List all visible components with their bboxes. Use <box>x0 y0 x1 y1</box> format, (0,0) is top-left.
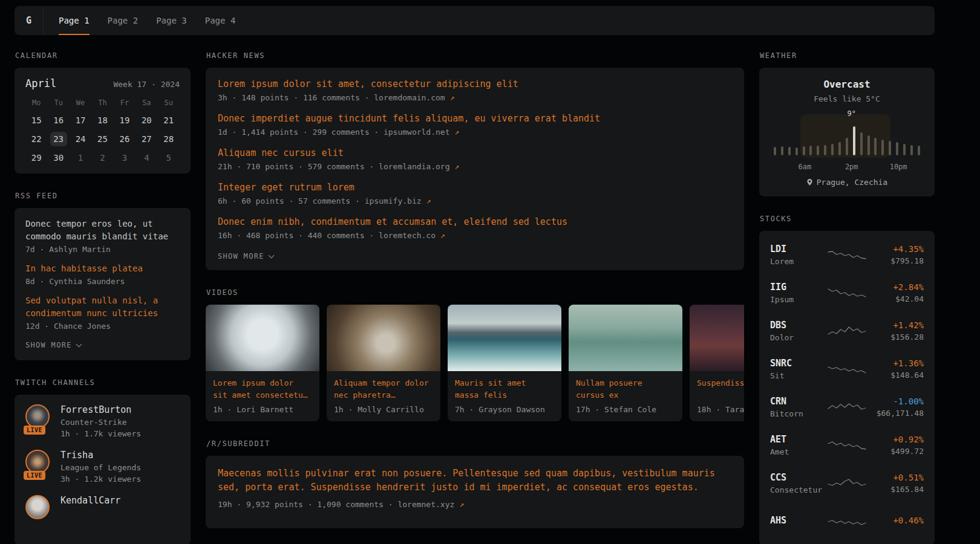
videos-scroller[interactable]: Lorem ipsum dolor sit amet consectetu… 1… <box>206 305 744 421</box>
subreddit-widget: Maecenas mollis pulvinar erat non posuer… <box>206 456 744 528</box>
stock-price: $42.04 <box>867 294 924 303</box>
video-card-body: Aliquam tempor dolor nec pharetra… 1h · … <box>327 371 440 421</box>
weather-bar <box>824 145 826 155</box>
weather-bar <box>795 147 798 155</box>
app-logo[interactable]: G <box>15 6 44 35</box>
subreddit-meta-text: 19h · 9,932 points · 1,090 comments · lo… <box>218 500 454 509</box>
weather-section-title: WEATHER <box>760 51 935 60</box>
stock-id: CCS Consectetur <box>770 472 827 494</box>
video-meta: 18h · Tara <box>697 405 744 414</box>
twitch-channel-row[interactable]: LIVE ForrestBurton Counter-Strike 1h · 1… <box>25 404 180 438</box>
location-pin-icon <box>806 178 813 186</box>
hn-item-link[interactable]: Aliquam nec cursus elit <box>218 147 732 158</box>
tab-page-4[interactable]: Page 4 <box>196 6 245 35</box>
stock-values: -1.00% $66,171.48 <box>867 397 924 418</box>
calendar-day: 21 <box>158 113 180 128</box>
rss-item-link[interactable]: In hac habitasse platea <box>25 262 180 275</box>
weather-time-label: 2pm <box>845 163 858 171</box>
channel-meta: 1h · 1.7k viewers <box>60 429 141 438</box>
day-header: Th <box>91 99 113 109</box>
hn-item-meta: 21h · 710 points · 579 comments · loreml… <box>218 162 732 171</box>
stocks-widget: LDI Lorem +4.35% $795.18 IIG Ipsum <box>759 231 935 544</box>
left-column: CALENDAR April Week 17 · 2024 Mo Tu We <box>15 51 191 544</box>
hn-show-more-button[interactable]: SHOW MORE <box>218 252 732 261</box>
stock-sparkline <box>827 438 867 453</box>
external-link-icon[interactable]: ↗ <box>454 128 459 137</box>
channel-name: KendallCarr <box>60 495 120 506</box>
hn-item-link[interactable]: Donec imperdiet augue tincidunt felis al… <box>218 113 732 124</box>
weather-bar <box>774 147 776 155</box>
middle-column: HACKER NEWS Lorem ipsum dolor sit amet, … <box>206 51 744 544</box>
calendar-day: 24 <box>70 132 91 146</box>
hn-item-link[interactable]: Donec enim nibh, condimentum et accumsan… <box>218 216 732 227</box>
weather-bar <box>918 146 920 155</box>
twitch-channel-row[interactable]: LIVE Trisha League of Legends 3h · 1.2k … <box>25 450 180 484</box>
channel-name: ForrestBurton <box>60 404 141 415</box>
stock-change: -1.00% <box>867 397 924 406</box>
external-link-icon[interactable]: ↗ <box>454 162 459 171</box>
video-card[interactable]: Aliquam tempor dolor nec pharetra… 1h · … <box>327 305 440 421</box>
rss-item-link[interactable]: Donec tempor eros leo, ut commodo mauris… <box>25 218 180 243</box>
stock-sparkline <box>827 323 867 339</box>
calendar-day: 20 <box>136 113 157 128</box>
video-card[interactable]: Suspendisse diam 18h · Tara <box>690 305 744 421</box>
stock-sparkline <box>827 476 867 491</box>
twitch-channel-row[interactable]: KendallCarr <box>25 495 180 524</box>
stock-values: +0.46% <box>867 516 924 528</box>
weather-location-text: Prague, Czechia <box>817 178 887 187</box>
calendar-day: 19 <box>114 113 136 128</box>
external-link-icon[interactable]: ↗ <box>440 231 445 240</box>
calendar-month: April <box>25 77 56 89</box>
video-card-body: Lorem ipsum dolor sit amet consectetu… 1… <box>206 371 319 421</box>
tab-page-2[interactable]: Page 2 <box>99 6 148 35</box>
video-thumbnail <box>690 305 744 371</box>
hn-item-link[interactable]: Integer eget rutrum lorem <box>218 182 732 193</box>
rss-show-more-button[interactable]: SHOW MORE <box>25 341 180 349</box>
stock-change: +1.36% <box>867 358 924 368</box>
stock-id: IIG Ipsum <box>770 282 827 304</box>
channel-avatar <box>25 495 50 519</box>
hn-meta-text: 21h · 710 points · 579 comments · loreml… <box>218 162 450 171</box>
calendar-section: CALENDAR April Week 17 · 2024 Mo Tu We <box>15 51 191 173</box>
video-title: Aliquam tempor dolor nec pharetra… <box>334 377 433 401</box>
weather-bar <box>903 144 906 155</box>
tab-page-3[interactable]: Page 3 <box>147 6 196 35</box>
stock-name: Lorem <box>770 257 827 266</box>
external-link-icon[interactable]: ↗ <box>426 196 431 206</box>
stock-row: CCS Consectetur +0.51% $165.84 <box>770 464 924 502</box>
calendar-day: 25 <box>91 132 113 146</box>
weather-bar <box>896 142 898 155</box>
stock-symbol: LDI <box>770 244 827 254</box>
stock-id: SNRC Sit <box>770 358 827 380</box>
rss-item-link[interactable]: Sed volutpat nulla nisl, a condimentum n… <box>25 294 180 320</box>
video-card[interactable]: Nullam posuere cursus ex 17h · Stefan Co… <box>569 305 682 421</box>
weather-bar <box>889 141 891 155</box>
video-card-body: Mauris sit amet massa felis 7h · Grayson… <box>448 371 561 421</box>
stock-symbol: AET <box>770 434 827 445</box>
stock-id: DBS Dolor <box>770 320 827 342</box>
live-badge: LIVE <box>24 471 45 480</box>
external-link-icon[interactable]: ↗ <box>450 93 455 102</box>
stock-sparkline <box>827 361 867 377</box>
weather-condition: Overcast <box>769 79 925 90</box>
stock-symbol: CRN <box>770 396 827 407</box>
video-thumbnail <box>206 305 319 371</box>
weather-time-label: 10pm <box>890 163 907 171</box>
hackernews-widget: Lorem ipsum dolor sit amet, consectetur … <box>206 68 744 270</box>
hn-item-link[interactable]: Lorem ipsum dolor sit amet, consectetur … <box>218 79 732 89</box>
stock-price: $148.64 <box>867 371 924 380</box>
tab-page-1[interactable]: Page 1 <box>50 6 99 35</box>
video-card[interactable]: Lorem ipsum dolor sit amet consectetu… 1… <box>206 305 319 421</box>
hn-item-meta: 16h · 468 points · 440 comments · loremt… <box>218 231 732 240</box>
stock-name: Sit <box>770 371 827 380</box>
stock-price: $156.28 <box>867 332 924 342</box>
subreddit-section-title: /R/SUBREDDIT <box>206 439 744 448</box>
calendar-section-title: CALENDAR <box>15 51 191 60</box>
stock-name: Bitcorn <box>770 409 827 418</box>
video-card[interactable]: Mauris sit amet massa felis 7h · Grayson… <box>448 305 561 421</box>
subreddit-post-link[interactable]: Maecenas mollis pulvinar erat non posuer… <box>218 467 732 494</box>
calendar-day-selected: 23 <box>50 132 67 146</box>
stock-change: +4.35% <box>867 244 924 254</box>
stock-price: $165.84 <box>867 485 924 494</box>
external-link-icon[interactable]: ↗ <box>459 500 464 509</box>
